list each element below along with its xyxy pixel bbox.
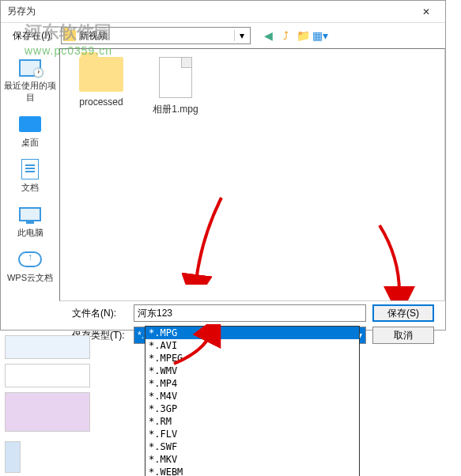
new-folder-icon[interactable]: 📁 xyxy=(295,28,311,43)
cancel-button[interactable]: 取消 xyxy=(372,327,434,344)
sidebar-item-label: 文档 xyxy=(21,182,39,194)
location-text: 新视频 xyxy=(79,29,234,43)
sidebar-item-label: 此电脑 xyxy=(17,227,43,239)
documents-icon xyxy=(21,159,39,179)
chevron-down-icon: ▾ xyxy=(234,30,248,41)
file-list-area[interactable]: processed 相册1.mpg xyxy=(59,48,445,301)
toolbar: 保存在(I): 新视频 ▾ ◀ ⤴ 📁 ▦▾ xyxy=(1,23,445,48)
sidebar-item-wps-cloud[interactable]: WPS云文档 xyxy=(1,245,59,287)
fragment xyxy=(5,392,90,432)
dropdown-item[interactable]: *.MPEG xyxy=(145,352,359,365)
file-item-file[interactable]: 相册1.mpg xyxy=(142,57,209,116)
back-icon[interactable]: ◀ xyxy=(260,28,276,43)
fragment xyxy=(5,441,21,473)
dialog-title: 另存为 xyxy=(7,5,36,18)
fragment xyxy=(5,335,90,359)
sidebar-item-documents[interactable]: 文档 xyxy=(1,155,59,197)
up-icon[interactable]: ⤴ xyxy=(278,28,293,43)
dropdown-item[interactable]: *.FLV xyxy=(145,428,359,440)
folder-icon xyxy=(79,57,123,92)
save-in-label: 保存在(I): xyxy=(7,29,58,43)
file-item-folder[interactable]: processed xyxy=(68,57,134,108)
close-icon: ✕ xyxy=(422,6,430,17)
close-button[interactable]: ✕ xyxy=(410,2,442,22)
dropdown-item[interactable]: *.AVI xyxy=(145,339,359,352)
background-fragments xyxy=(0,331,95,476)
dialog-body: 最近使用的项目 桌面 文档 此电脑 WPS云文档 proce xyxy=(1,48,445,301)
dropdown-item[interactable]: *.MKV xyxy=(145,453,359,466)
file-label: 相册1.mpg xyxy=(153,103,198,116)
dropdown-item[interactable]: *.RM xyxy=(145,415,359,428)
titlebar: 另存为 ✕ xyxy=(1,1,445,23)
dropdown-item[interactable]: *.WEBM xyxy=(145,466,359,476)
computer-icon xyxy=(19,207,41,221)
view-icon[interactable]: ▦▾ xyxy=(312,28,328,43)
desktop-icon xyxy=(19,116,41,132)
dropdown-item[interactable]: *.3GP xyxy=(145,402,359,415)
sidebar-item-label: 最近使用的项目 xyxy=(2,80,58,104)
cloud-icon xyxy=(18,251,42,267)
sidebar-item-desktop[interactable]: 桌面 xyxy=(1,110,59,152)
sidebar-item-label: WPS云文档 xyxy=(7,272,53,284)
folder-icon xyxy=(63,30,76,41)
location-dropdown[interactable]: 新视频 ▾ xyxy=(61,27,251,44)
sidebar-item-recent[interactable]: 最近使用的项目 xyxy=(1,53,59,107)
filetype-dropdown-list[interactable]: *.MPG *.AVI *.MPEG *.WMV *.MP4 *.M4V *.3… xyxy=(145,326,360,476)
filename-input[interactable] xyxy=(134,304,366,322)
dropdown-item[interactable]: *.MPG xyxy=(145,327,359,339)
dropdown-item[interactable]: *.SWF xyxy=(145,440,359,453)
save-button[interactable]: 保存(S) xyxy=(372,304,434,322)
fragment xyxy=(5,364,90,387)
places-sidebar: 最近使用的项目 桌面 文档 此电脑 WPS云文档 xyxy=(1,48,59,301)
nav-icons: ◀ ⤴ 📁 ▦▾ xyxy=(260,28,328,43)
sidebar-item-label: 桌面 xyxy=(21,137,39,149)
sidebar-item-computer[interactable]: 此电脑 xyxy=(1,200,59,242)
file-label: processed xyxy=(79,96,123,108)
dropdown-item[interactable]: *.WMV xyxy=(145,365,359,377)
save-as-dialog: 另存为 ✕ 河东软件园 www.pc0359.cn 保存在(I): 新视频 ▾ … xyxy=(0,0,446,331)
dropdown-item[interactable]: *.MP4 xyxy=(145,377,359,390)
dropdown-item[interactable]: *.M4V xyxy=(145,390,359,402)
recent-icon xyxy=(19,58,41,77)
file-icon xyxy=(159,57,192,98)
filename-label: 文件名(N): xyxy=(72,307,127,320)
